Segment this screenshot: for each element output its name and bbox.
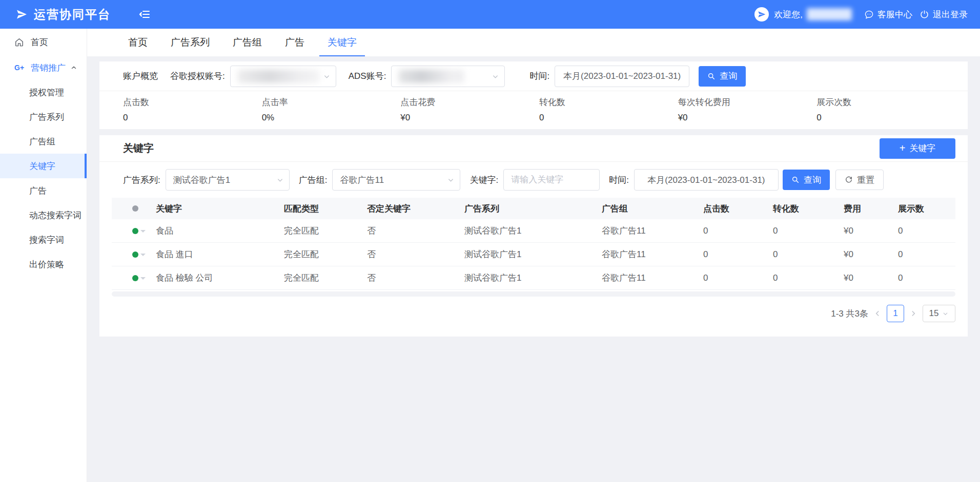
app-header: 运营协同平台 欢迎您, 客服中心 退出登录 <box>0 0 980 29</box>
sidebar: 首页 G+ 营销推广 授权管理 广告系列 广告组 关键字 广告 动态搜索字词 搜… <box>0 29 87 482</box>
column-header-match-type: 匹配类型 <box>284 203 367 215</box>
sidebar-item-authorization[interactable]: 授权管理 <box>0 80 87 104</box>
caret-down-icon <box>140 277 146 282</box>
adgroup-select[interactable]: 谷歌广告11 <box>332 169 460 191</box>
time-range-input[interactable] <box>634 169 779 191</box>
horizontal-scrollbar[interactable] <box>112 291 955 297</box>
time-label: 时间: <box>529 70 549 82</box>
logout-label: 退出登录 <box>933 9 968 20</box>
keyword-input[interactable] <box>503 169 600 191</box>
sidebar-subitem-label: 动态搜索字词 <box>29 209 81 221</box>
table-header-row: 关键字 匹配类型 否定关键字 广告系列 广告组 点击数 转化数 费用 展示数 <box>112 198 955 219</box>
sidebar-item-marketing[interactable]: G+ 营销推广 <box>0 55 87 80</box>
tab-ads[interactable]: 广告 <box>277 29 313 56</box>
stat-conversions: 转化数0 <box>539 96 678 123</box>
service-center-button[interactable]: 客服中心 <box>864 9 912 20</box>
chevron-down-icon <box>323 73 331 80</box>
sidebar-item-ads[interactable]: 广告 <box>0 178 87 203</box>
sidebar-item-bidding-strategy[interactable]: 出价策略 <box>0 252 87 277</box>
service-center-label: 客服中心 <box>877 9 912 20</box>
stat-value: 0% <box>262 113 401 123</box>
stat-clicks: 点击数0 <box>123 96 262 123</box>
sidebar-item-adgroups[interactable]: 广告组 <box>0 129 87 154</box>
tab-keywords[interactable]: 关键字 <box>319 29 365 56</box>
sidebar-subitem-label: 广告系列 <box>29 111 64 123</box>
sidebar-subitem-label: 出价策略 <box>29 259 64 270</box>
cell-negative: 否 <box>367 248 464 260</box>
sidebar-item-dynamic-search-terms[interactable]: 动态搜索字词 <box>0 203 87 227</box>
tab-adgroups[interactable]: 广告组 <box>224 29 270 56</box>
time-range-input[interactable] <box>555 66 689 87</box>
google-auth-label: 谷歌授权账号: <box>170 70 225 82</box>
overview-card: 账户概览 谷歌授权账号: ADS账号: 时间: 查询 <box>99 61 968 129</box>
telegram-icon[interactable] <box>754 7 769 22</box>
cell-campaign: 测试谷歌广告1 <box>464 272 602 284</box>
cell-conversions: 0 <box>773 226 844 236</box>
cell-conversions: 0 <box>773 273 844 283</box>
collapse-sidebar-icon[interactable] <box>138 8 151 20</box>
cell-impressions: 0 <box>898 226 955 236</box>
cell-campaign: 测试谷歌广告1 <box>464 248 602 260</box>
page-number-button[interactable]: 1 <box>887 305 904 322</box>
page-size-select[interactable]: 15 <box>923 305 955 322</box>
google-auth-select[interactable] <box>230 66 336 87</box>
chevron-up-icon <box>70 64 77 71</box>
status-dropdown[interactable] <box>112 250 156 259</box>
blurred-account-value <box>399 70 464 83</box>
cell-match-type: 完全匹配 <box>284 272 367 284</box>
logout-button[interactable]: 退出登录 <box>920 9 968 20</box>
ads-account-select[interactable] <box>391 66 505 87</box>
keywords-table: 关键字 匹配类型 否定关键字 广告系列 广告组 点击数 转化数 费用 展示数 食… <box>112 198 955 290</box>
stat-label: 点击数 <box>123 96 262 108</box>
stat-ctr: 点击率0% <box>262 96 401 123</box>
google-ads-icon: G+ <box>14 64 26 72</box>
tab-bar: 首页 广告系列 广告组 广告 关键字 <box>87 29 980 56</box>
prev-page-button[interactable] <box>873 309 882 318</box>
overview-filter-row: 账户概览 谷歌授权账号: ADS账号: 时间: 查询 <box>99 61 968 91</box>
welcome-text: 欢迎您, <box>774 9 803 20</box>
cell-cost: ¥0 <box>844 226 898 236</box>
add-keyword-button[interactable]: + 关键字 <box>880 138 955 159</box>
sidebar-item-search-terms[interactable]: 搜索字词 <box>0 227 87 252</box>
stat-label: 点击花费 <box>400 96 539 108</box>
user-name-blurred <box>807 8 852 20</box>
status-dropdown[interactable] <box>112 274 156 282</box>
campaign-select[interactable]: 测试谷歌广告1 <box>166 169 290 191</box>
tab-home[interactable]: 首页 <box>120 29 156 56</box>
keywords-query-button[interactable]: 查询 <box>783 170 830 190</box>
sidebar-item-home[interactable]: 首页 <box>0 30 87 54</box>
plus-icon: + <box>900 143 906 153</box>
next-page-button[interactable] <box>909 309 917 318</box>
overview-stats: 点击数0 点击率0% 点击花费¥0 转化数0 每次转化费用¥0 展示次数0 <box>99 91 968 129</box>
tab-campaigns[interactable]: 广告系列 <box>162 29 218 56</box>
sidebar-item-keywords[interactable]: 关键字 <box>0 154 87 178</box>
status-dot-icon <box>132 205 138 212</box>
page-size-value: 15 <box>929 308 939 319</box>
keywords-filter-row: 广告系列: 测试谷歌广告1 广告组: 谷歌广告11 关键字: 时间: 查询 <box>99 162 968 198</box>
sidebar-home-label: 首页 <box>31 36 48 48</box>
chevron-down-icon <box>276 176 284 184</box>
cell-conversions: 0 <box>773 249 844 260</box>
stat-value: 0 <box>816 113 955 123</box>
pagination: 1-3 共3条 1 15 <box>99 297 968 322</box>
cell-keyword: 食品 <box>156 225 284 237</box>
stat-label: 每次转化费用 <box>678 96 817 108</box>
column-header-cost: 费用 <box>844 203 898 215</box>
stat-label: 转化数 <box>539 96 678 108</box>
query-label: 查询 <box>720 70 737 82</box>
refresh-icon <box>845 176 853 184</box>
reset-button[interactable]: 重置 <box>835 170 884 190</box>
blurred-account-value <box>238 70 319 83</box>
status-enabled-icon <box>132 252 138 258</box>
sidebar-subitem-label: 广告组 <box>29 136 55 148</box>
overview-query-button[interactable]: 查询 <box>699 66 746 87</box>
time-label: 时间: <box>609 174 629 186</box>
reset-label: 重置 <box>857 174 874 186</box>
table-row: 食品 進口 完全匹配 否 测试谷歌广告1 谷歌广告11 0 0 ¥0 0 <box>112 243 955 266</box>
stat-value: ¥0 <box>400 113 539 123</box>
status-dropdown[interactable] <box>112 227 156 235</box>
stat-value: 0 <box>539 113 678 123</box>
sidebar-item-campaigns[interactable]: 广告系列 <box>0 104 87 129</box>
cell-keyword: 食品 進口 <box>156 248 284 260</box>
keyword-filter-label: 关键字: <box>469 174 498 186</box>
